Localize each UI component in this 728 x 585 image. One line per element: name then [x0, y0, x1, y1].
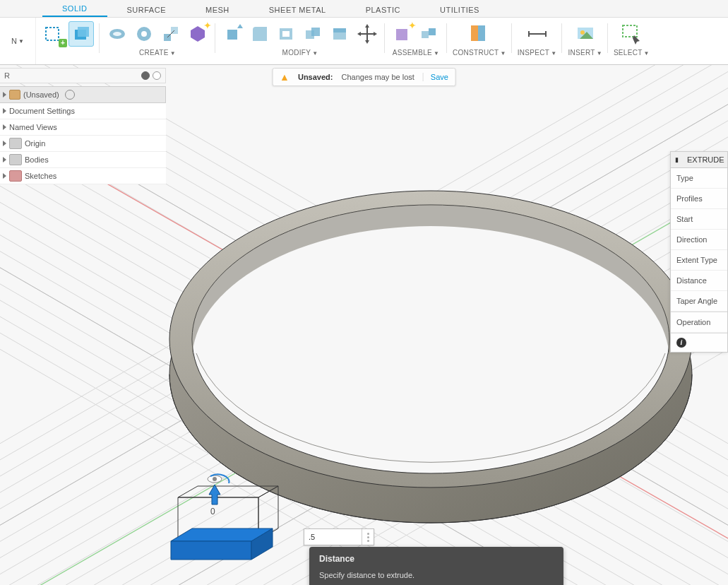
svg-marker-57 [171, 541, 251, 560]
svg-rect-91 [471, 25, 478, 41]
panel-row-start[interactable]: Start [671, 209, 727, 230]
ribbon-label-create[interactable]: CREATE▼ [139, 49, 176, 57]
svg-rect-99 [623, 25, 637, 37]
ribbon-label-modify[interactable]: MODIFY▼ [282, 49, 318, 57]
svg-marker-84 [365, 24, 369, 28]
svg-rect-77 [282, 31, 290, 37]
draft-icon[interactable] [328, 22, 352, 46]
tab-solid[interactable]: SOLID [42, 1, 107, 17]
panel-row-distance[interactable]: Distance [671, 271, 727, 291]
warning-icon: ▲ [280, 71, 290, 83]
panel-row-direction[interactable]: Direction [671, 230, 727, 250]
new-component-icon[interactable]: ✦ [390, 22, 414, 46]
browser-item-bodies[interactable]: Bodies [0, 152, 166, 168]
folder-icon [9, 154, 22, 165]
panel-footer: i [671, 333, 727, 352]
unsaved-title: Unsaved: [298, 73, 333, 81]
svg-rect-90 [429, 28, 436, 35]
svg-marker-85 [365, 40, 369, 44]
svg-marker-73 [191, 26, 205, 42]
svg-rect-74 [227, 30, 237, 40]
tab-mesh[interactable]: MESH [186, 3, 249, 17]
select-icon[interactable] [618, 20, 645, 47]
svg-rect-88 [396, 29, 407, 40]
svg-rect-63 [46, 28, 59, 40]
distance-input[interactable]: .5 [304, 528, 374, 545]
tab-surface[interactable]: SURFACE [107, 3, 186, 17]
save-link[interactable]: Save [423, 73, 448, 81]
svg-rect-92 [478, 25, 485, 41]
distance-value[interactable]: .5 [304, 533, 362, 541]
panel-header[interactable]: ▮ EXTRUDE [671, 152, 727, 168]
loft-icon[interactable] [159, 22, 183, 46]
sketch-folder-icon [9, 170, 22, 182]
panel-row-taper[interactable]: Taper Angle [671, 291, 727, 312]
svg-point-97 [580, 30, 585, 35]
expand-icon[interactable] [3, 124, 6, 130]
construct-plane-icon[interactable] [466, 20, 493, 47]
browser-header[interactable]: R [0, 68, 166, 83]
tooltip-body: Specify distance to extrude. [319, 571, 554, 579]
panel-row-profiles[interactable]: Profiles [671, 189, 727, 209]
revolve-icon[interactable] [105, 22, 129, 46]
ribbon-label-assemble[interactable]: ASSEMBLE▼ [393, 49, 440, 57]
ribbon-label-select[interactable]: SELECT▼ [614, 49, 650, 57]
tooltip-title: Distance [319, 554, 554, 564]
expand-icon[interactable] [3, 173, 6, 179]
press-pull-icon[interactable] [221, 22, 245, 46]
tab-plastic[interactable]: PLASTIC [346, 3, 420, 17]
browser-item-origin[interactable]: Origin [0, 136, 166, 152]
measure-icon[interactable] [524, 20, 551, 47]
svg-point-67 [113, 32, 121, 36]
joint-icon[interactable] [417, 22, 441, 46]
panel-row-operation[interactable]: Operation [671, 312, 727, 333]
svg-rect-65 [78, 27, 89, 37]
browser-root[interactable]: (Unsaved) [0, 86, 166, 103]
fillet-icon[interactable] [248, 22, 272, 46]
svg-rect-89 [422, 31, 429, 38]
component-icon [9, 90, 20, 100]
expand-icon[interactable] [3, 108, 6, 114]
tab-sheet-metal[interactable]: SHEET METAL [249, 3, 346, 17]
svg-marker-87 [374, 32, 377, 36]
unsaved-msg: Changes may be lost [341, 73, 414, 81]
svg-text:0: 0 [210, 507, 215, 516]
tab-utilities[interactable]: UTILITIES [420, 3, 499, 17]
combine-icon[interactable] [302, 22, 326, 46]
svg-rect-79 [311, 28, 320, 36]
svg-point-69 [141, 31, 147, 37]
new-sketch-icon[interactable]: + [42, 22, 66, 46]
ribbon-label-construct[interactable]: CONSTRUCT▼ [453, 49, 506, 57]
expand-icon[interactable] [3, 157, 6, 162]
ribbon-label-insert[interactable]: INSERT▼ [568, 49, 602, 57]
expand-icon[interactable] [3, 141, 6, 146]
svg-rect-81 [333, 28, 346, 32]
design-dropdown[interactable]: N▼ [0, 18, 36, 64]
extrude-icon[interactable] [68, 21, 94, 47]
input-grip-icon[interactable] [362, 529, 374, 545]
folder-icon [9, 138, 22, 149]
unsaved-banner: ▲ Unsaved: Changes may be lost Save [272, 68, 456, 86]
info-icon[interactable]: i [676, 338, 686, 348]
insert-icon[interactable] [572, 20, 599, 47]
browser-item-sketches[interactable]: Sketches [0, 168, 166, 184]
expand-icon[interactable] [3, 92, 6, 98]
tooltip: Distance Specify distance to extrude. [309, 547, 563, 585]
workspace-tabs: SOLID SURFACE MESH SHEET METAL PLASTIC U… [0, 0, 728, 17]
svg-marker-75 [237, 24, 243, 28]
ribbon-label-inspect[interactable]: INSPECT▼ [518, 49, 557, 57]
browser-item-doc-settings[interactable]: Document Settings [0, 103, 166, 119]
panel-row-extent[interactable]: Extent Type [671, 250, 727, 271]
svg-marker-86 [357, 32, 361, 36]
visibility-toggle[interactable] [65, 90, 75, 100]
ribbon: N▼ + ✦ [0, 17, 728, 65]
move-icon[interactable] [355, 22, 379, 46]
sweep-icon[interactable] [132, 22, 156, 46]
extrude-panel: ▮ EXTRUDE Type Profiles Start Direction … [670, 151, 728, 353]
browser-panel: R (Unsaved) Document Settings Named View… [0, 68, 166, 184]
extrude-feature[interactable]: 0 [161, 472, 302, 585]
panel-row-type[interactable]: Type [671, 168, 727, 189]
shell-icon[interactable] [275, 22, 299, 46]
browser-item-named-views[interactable]: Named Views [0, 119, 166, 136]
primitive-icon[interactable]: ✦ [186, 22, 210, 46]
